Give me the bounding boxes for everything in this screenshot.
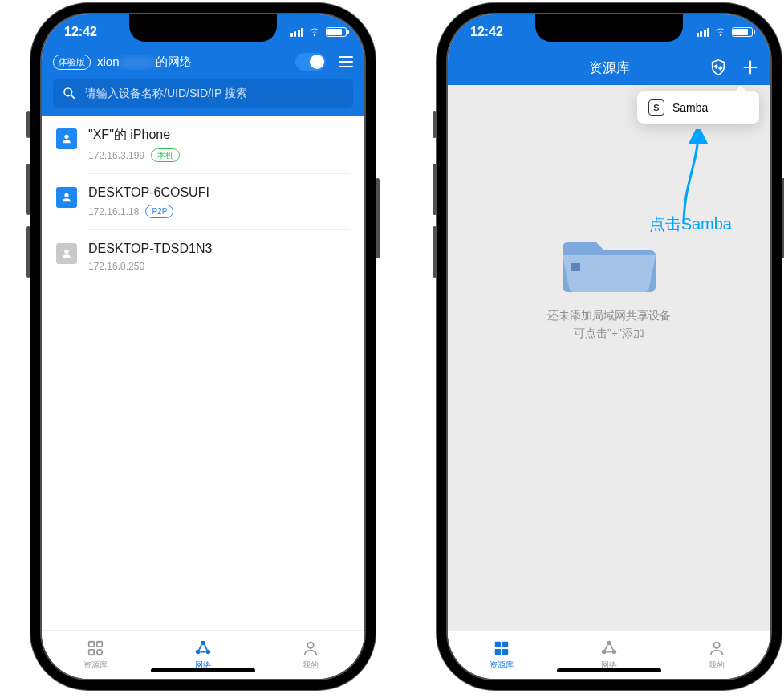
signal-icon	[290, 28, 304, 37]
tab-library[interactable]: 资源库	[448, 631, 555, 679]
tab-label: 我的	[303, 659, 319, 671]
svg-point-18	[602, 649, 607, 654]
samba-option[interactable]: S Samba	[637, 91, 759, 124]
empty-state-text: 还未添加局域网共享设备 可点击"+"添加	[448, 306, 770, 342]
volume-down-button	[26, 226, 30, 278]
signal-icon	[697, 28, 710, 37]
svg-rect-12	[571, 263, 580, 271]
device-ip: 172.16.3.199	[88, 150, 144, 161]
phone-left: 12:42 体验版 xionxxxxxx的网络	[42, 14, 364, 679]
network-toggle[interactable]	[295, 53, 326, 71]
status-time: 12:42	[64, 25, 97, 39]
device-tag: 本机	[151, 148, 180, 162]
svg-rect-15	[495, 648, 501, 654]
home-indicator	[151, 668, 255, 672]
device-row[interactable]: DESKTOP-TDSD1N3 172.16.0.250	[42, 230, 364, 283]
volume-up-button	[433, 164, 437, 215]
device-tag: P2P	[145, 205, 173, 218]
add-button[interactable]	[741, 59, 759, 76]
svg-line-1	[71, 95, 75, 99]
notch	[535, 14, 683, 42]
search-icon	[63, 87, 75, 99]
search-input[interactable]	[83, 86, 343, 100]
wifi-icon	[714, 27, 727, 37]
device-row[interactable]: "XF"的 iPhone 172.16.3.199 本机	[42, 116, 364, 174]
side-button	[433, 111, 437, 138]
tab-mine[interactable]: 我的	[663, 631, 770, 679]
device-name: DESKTOP-TDSD1N3	[88, 241, 350, 256]
device-ip: 172.16.0.250	[88, 261, 144, 272]
transfer-icon[interactable]	[709, 59, 727, 76]
folder-illustration-icon	[561, 221, 657, 294]
home-indicator	[557, 668, 661, 672]
menu-icon[interactable]	[339, 56, 353, 68]
phone-right: 12:42 资源库 S	[448, 14, 770, 679]
power-button	[376, 178, 380, 258]
user-icon	[708, 639, 725, 657]
device-avatar-icon	[56, 243, 77, 264]
tab-mine[interactable]: 我的	[257, 631, 364, 679]
svg-point-9	[307, 642, 313, 647]
volume-up-button	[26, 164, 30, 215]
library-body: S Samba 点击Samba 还未添加局域网共享设备 可点击"+"添加	[448, 85, 770, 631]
svg-rect-13	[495, 641, 501, 647]
page-title: 资源库	[589, 59, 630, 77]
samba-icon: S	[648, 99, 664, 116]
device-avatar-icon	[56, 128, 77, 149]
samba-label: Samba	[672, 101, 708, 114]
svg-point-5	[97, 649, 102, 654]
svg-point-0	[64, 88, 72, 96]
svg-rect-14	[502, 641, 508, 647]
battery-icon	[326, 27, 347, 37]
tab-label: 我的	[709, 659, 725, 671]
device-list: "XF"的 iPhone 172.16.3.199 本机 DESKTOP-6CO…	[42, 116, 364, 283]
svg-rect-4	[89, 649, 94, 654]
battery-icon	[732, 27, 753, 37]
library-icon	[493, 639, 510, 657]
svg-point-7	[196, 649, 201, 654]
search-bar[interactable]	[53, 79, 353, 108]
annotation-arrow-icon	[676, 129, 708, 225]
device-name: DESKTOP-6COSUFI	[88, 185, 350, 200]
volume-down-button	[433, 226, 437, 278]
tab-label: 资源库	[83, 659, 108, 671]
side-button	[26, 111, 30, 138]
svg-point-20	[713, 642, 719, 647]
network-title: xionxxxxxx的网络	[97, 55, 289, 70]
library-icon	[87, 639, 104, 657]
svg-rect-3	[97, 641, 102, 646]
annotation-text: 点击Samba	[649, 213, 732, 235]
svg-point-19	[612, 649, 617, 654]
tab-library[interactable]: 资源库	[42, 631, 149, 679]
svg-rect-2	[89, 641, 94, 646]
tab-label: 资源库	[489, 659, 514, 671]
network-icon	[194, 639, 212, 657]
device-row[interactable]: DESKTOP-6COSUFI 172.16.1.18 P2P	[42, 174, 364, 230]
edition-badge: 体验版	[53, 55, 91, 70]
status-time: 12:42	[470, 25, 503, 39]
wifi-icon	[308, 27, 321, 37]
network-icon	[600, 639, 618, 657]
device-ip: 172.16.1.18	[88, 206, 139, 217]
svg-point-8	[206, 649, 211, 654]
device-avatar-icon	[56, 187, 77, 208]
notch	[129, 14, 277, 42]
svg-rect-16	[502, 648, 508, 654]
user-icon	[302, 639, 319, 657]
device-name: "XF"的 iPhone	[88, 127, 350, 144]
